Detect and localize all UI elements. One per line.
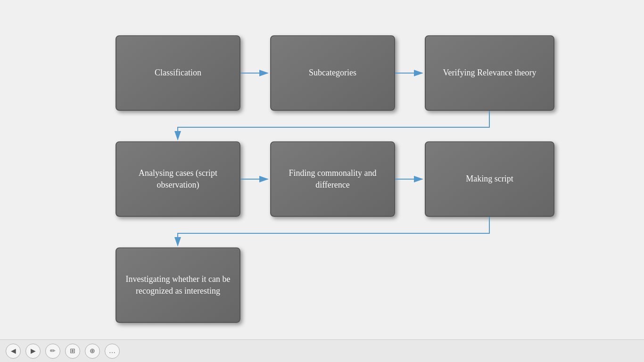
box-investigating-label: Investigating whether it can be recogniz… xyxy=(121,273,235,297)
box-investigating: Investigating whether it can be recogniz… xyxy=(116,247,240,323)
box-subcategories-label: Subcategories xyxy=(309,67,356,79)
copy-button[interactable]: ⊞ xyxy=(65,344,80,359)
more-button[interactable]: … xyxy=(105,344,120,359)
diagram-area: Classification Subcategories Verifying R… xyxy=(0,0,644,339)
box-verifying-label: Verifying Relevance theory xyxy=(443,67,537,79)
next-button[interactable]: ▶ xyxy=(25,344,41,359)
edit-button[interactable]: ✏ xyxy=(45,344,60,359)
box-classification: Classification xyxy=(116,35,240,111)
arrow-row1-to-row2 xyxy=(178,111,489,140)
box-making-label: Making script xyxy=(466,173,513,185)
box-verifying: Verifying Relevance theory xyxy=(425,35,554,111)
box-finding: Finding commonality and difference xyxy=(270,141,395,217)
box-analysing-label: Analysing cases (script observation) xyxy=(121,167,235,191)
box-subcategories: Subcategories xyxy=(270,35,395,111)
box-making: Making script xyxy=(425,141,554,217)
box-finding-label: Finding commonality and difference xyxy=(276,167,389,191)
prev-button[interactable]: ◀ xyxy=(6,344,21,359)
zoom-button[interactable]: ⊕ xyxy=(85,344,100,359)
arrow-row2-to-row3 xyxy=(178,217,489,246)
box-classification-label: Classification xyxy=(155,67,201,79)
box-analysing: Analysing cases (script observation) xyxy=(116,141,240,217)
toolbar: ◀ ▶ ✏ ⊞ ⊕ … xyxy=(0,339,644,362)
